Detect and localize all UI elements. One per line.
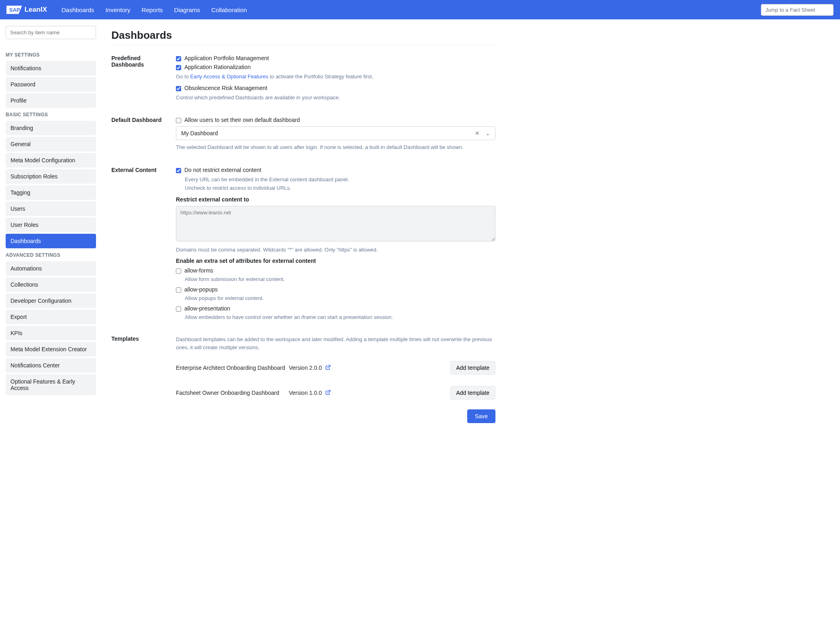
product-name: LeanIX bbox=[25, 6, 47, 14]
allow-user-default-label: Allow users to set their own default das… bbox=[184, 117, 300, 123]
allow-presentation-checkbox[interactable] bbox=[176, 306, 181, 312]
predef-apm-checkbox[interactable] bbox=[176, 56, 181, 61]
page-title: Dashboards bbox=[111, 29, 495, 42]
section-label-default: Default Dashboard bbox=[111, 117, 176, 155]
external-link-icon[interactable] bbox=[325, 365, 331, 371]
allow-popups-label: allow-popups bbox=[184, 286, 218, 293]
sap-logo: SAP bbox=[6, 6, 22, 14]
sidebar-item-notifications[interactable]: Notifications bbox=[6, 61, 96, 75]
sidebar-item-developer-configuration[interactable]: Developer Configuration bbox=[6, 294, 96, 308]
brand-logo[interactable]: SAP LeanIX bbox=[6, 6, 47, 14]
sidebar-item-export[interactable]: Export bbox=[6, 310, 96, 324]
allow-popups-desc: Allow popups for external content. bbox=[185, 295, 495, 301]
template-row: Factsheet Owner Onboarding DashboardVers… bbox=[176, 380, 495, 405]
add-template-button[interactable]: Add template bbox=[450, 361, 496, 375]
attrs-heading: Enable an extra set of attributes for ex… bbox=[176, 258, 495, 264]
sidebar-item-automations[interactable]: Automations bbox=[6, 261, 96, 276]
allow-popups-checkbox[interactable] bbox=[176, 287, 181, 293]
sidebar-item-branding[interactable]: Branding bbox=[6, 121, 96, 135]
sidebar-heading: BASIC SETTINGS bbox=[6, 112, 96, 117]
allow-presentation-desc: Allow embedders to have control over whe… bbox=[185, 314, 495, 320]
dont-restrict-label: Do not restrict external content bbox=[184, 167, 261, 173]
sidebar-item-tagging[interactable]: Tagging bbox=[6, 185, 96, 200]
template-version: Version 2.0.0 bbox=[289, 365, 337, 371]
allow-user-default-checkbox[interactable] bbox=[176, 118, 181, 123]
default-dashboard-note: The selected Dashboard will be shown to … bbox=[176, 143, 495, 151]
sidebar: MY SETTINGSNotificationsPasswordProfileB… bbox=[0, 19, 102, 454]
early-access-link[interactable]: Early Access & Optional Features bbox=[190, 73, 268, 80]
domains-note: Domains must be comma separated. Wildcar… bbox=[176, 246, 495, 254]
allow-presentation-label: allow-presentation bbox=[184, 305, 230, 312]
sidebar-item-subscription-roles[interactable]: Subscription Roles bbox=[6, 169, 96, 184]
sidebar-item-general[interactable]: General bbox=[6, 137, 96, 151]
predefined-footer: Control which predefined Dashboards are … bbox=[176, 94, 495, 102]
predef-rationalization-checkbox[interactable] bbox=[176, 65, 181, 70]
section-label-external: External Content bbox=[111, 167, 176, 325]
nav-inventory[interactable]: Inventory bbox=[105, 6, 130, 13]
allow-forms-label: allow-forms bbox=[184, 267, 213, 274]
predef-obsolescence-checkbox[interactable] bbox=[176, 86, 181, 91]
template-version: Version 1.0.0 bbox=[289, 390, 337, 396]
default-dashboard-value: My Dashboard bbox=[181, 130, 218, 136]
restrict-heading: Restrict external content to bbox=[176, 196, 495, 203]
portfolio-note: Go to Early Access & Optional Features t… bbox=[176, 73, 495, 81]
predef-rationalization-label: Application Rationalization bbox=[184, 64, 251, 70]
svg-line-0 bbox=[328, 365, 330, 367]
sidebar-search-input[interactable] bbox=[6, 26, 96, 39]
sidebar-item-collections[interactable]: Collections bbox=[6, 277, 96, 292]
template-row: Enterprise Architect Onboarding Dashboar… bbox=[176, 355, 495, 380]
title-rule bbox=[111, 45, 495, 45]
sidebar-item-kpis[interactable]: KPIs bbox=[6, 326, 96, 340]
dont-restrict-checkbox[interactable] bbox=[176, 168, 181, 173]
sidebar-heading: MY SETTINGS bbox=[6, 52, 96, 58]
external-link-icon[interactable] bbox=[325, 390, 331, 396]
allow-forms-desc: Allow form submission for external conte… bbox=[185, 276, 495, 282]
save-button[interactable]: Save bbox=[467, 409, 495, 423]
sidebar-heading: ADVANCED SETTINGS bbox=[6, 252, 96, 258]
sidebar-item-notifications-center[interactable]: Notifications Center bbox=[6, 358, 96, 373]
restrict-url-textarea[interactable] bbox=[176, 206, 495, 241]
add-template-button[interactable]: Add template bbox=[450, 386, 496, 400]
topnav: SAP LeanIX Dashboards Inventory Reports … bbox=[0, 0, 840, 19]
predef-apm-label: Application Portfolio Management bbox=[184, 55, 269, 61]
sidebar-item-dashboards[interactable]: Dashboards bbox=[6, 234, 96, 248]
template-name: Factsheet Owner Onboarding Dashboard bbox=[176, 390, 289, 396]
sidebar-item-users[interactable]: Users bbox=[6, 201, 96, 216]
template-name: Enterprise Architect Onboarding Dashboar… bbox=[176, 365, 289, 371]
section-label-templates: Templates bbox=[111, 335, 176, 423]
nav-dashboards[interactable]: Dashboards bbox=[61, 6, 94, 13]
nav-links: Dashboards Inventory Reports Diagrams Co… bbox=[61, 6, 247, 13]
main-content: Dashboards Predefined Dashboards Applica… bbox=[102, 19, 505, 454]
svg-line-1 bbox=[328, 390, 330, 392]
nav-reports[interactable]: Reports bbox=[142, 6, 163, 13]
sidebar-groups: MY SETTINGSNotificationsPasswordProfileB… bbox=[6, 52, 96, 395]
sidebar-item-password[interactable]: Password bbox=[6, 77, 96, 92]
sidebar-item-meta-model-configuration[interactable]: Meta Model Configuration bbox=[6, 153, 96, 168]
external-note2: Uncheck to restrict access to individual… bbox=[185, 184, 495, 192]
sidebar-item-profile[interactable]: Profile bbox=[6, 93, 96, 108]
sidebar-item-meta-model-extension-creator[interactable]: Meta Model Extension Creator bbox=[6, 342, 96, 356]
sidebar-item-user-roles[interactable]: User Roles bbox=[6, 218, 96, 232]
sidebar-item-optional-features-early-access[interactable]: Optional Features & Early Access bbox=[6, 374, 96, 395]
nav-collaboration[interactable]: Collaboration bbox=[211, 6, 247, 13]
nav-diagrams[interactable]: Diagrams bbox=[174, 6, 200, 13]
section-label-predefined: Predefined Dashboards bbox=[111, 55, 176, 105]
predef-obsolescence-label: Obsolescence Risk Management bbox=[184, 85, 267, 91]
jump-to-factsheet-input[interactable] bbox=[761, 4, 834, 16]
chevron-down-icon[interactable]: ⌄ bbox=[485, 130, 490, 136]
default-dashboard-select[interactable]: My Dashboard ✕ ⌄ bbox=[176, 126, 495, 140]
external-note1: Every URL can be embedded in the Externa… bbox=[185, 176, 495, 184]
allow-forms-checkbox[interactable] bbox=[176, 268, 181, 274]
templates-intro: Dashboard templates can be added to the … bbox=[176, 335, 495, 351]
clear-icon[interactable]: ✕ bbox=[475, 130, 480, 136]
